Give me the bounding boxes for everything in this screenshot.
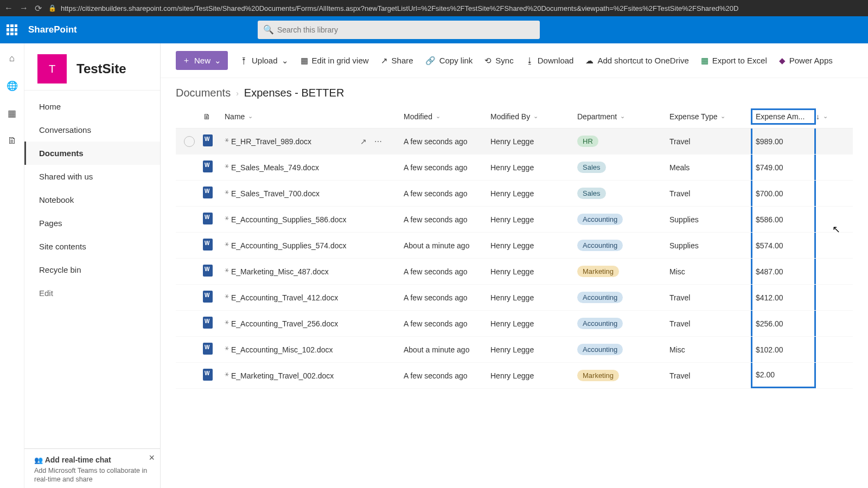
nav-item-documents[interactable]: Documents bbox=[24, 142, 160, 165]
col-modified-by[interactable]: Modified By⌄ bbox=[490, 112, 577, 121]
share-button[interactable]: ↗Share bbox=[381, 56, 413, 66]
home-icon[interactable]: ⌂ bbox=[9, 53, 15, 64]
col-name[interactable]: Name⌄ bbox=[225, 112, 404, 121]
address-bar[interactable]: 🔒 https://citizenbuilders.sharepoint.com… bbox=[48, 4, 864, 12]
cell-expense-type: Misc bbox=[669, 345, 751, 354]
close-icon[interactable]: × bbox=[149, 452, 155, 464]
nav-item-shared-with-us[interactable]: Shared with us bbox=[24, 165, 160, 188]
cell-expense-amount: $412.00 bbox=[751, 285, 816, 310]
files-icon[interactable]: 🗎 bbox=[8, 136, 17, 146]
shortcut-button[interactable]: ☁Add shortcut to OneDrive bbox=[585, 56, 688, 66]
table-row[interactable]: ⚹ E_HR_Travel_989.docx ↗⋯ A few seconds … bbox=[176, 129, 853, 155]
search-input[interactable] bbox=[258, 21, 540, 39]
nav-item-notebook[interactable]: Notebook bbox=[24, 188, 160, 211]
breadcrumb-parent[interactable]: Documents bbox=[176, 87, 231, 99]
file-name[interactable]: ⚹ E_Accounting_Supplies_586.docx bbox=[225, 215, 404, 224]
forward-icon[interactable]: → bbox=[20, 3, 28, 13]
cell-modified-by: Henry Legge bbox=[490, 137, 577, 146]
table-row[interactable]: ⚹ E_Sales_Meals_749.docx A few seconds a… bbox=[176, 155, 853, 181]
link-icon: 🔗 bbox=[425, 56, 436, 66]
cell-modified: A few seconds ago bbox=[404, 163, 490, 172]
cell-modified-by: Henry Legge bbox=[490, 241, 577, 250]
more-icon[interactable]: ⋯ bbox=[374, 137, 382, 146]
breadcrumb: Documents › Expenses - BETTER bbox=[161, 78, 868, 105]
cell-expense-type: Supplies bbox=[669, 241, 751, 250]
cell-modified: A few seconds ago bbox=[404, 293, 490, 302]
nav-item-site-contents[interactable]: Site contents bbox=[24, 235, 160, 258]
file-name[interactable]: ⚹ E_Accounting_Travel_412.docx bbox=[225, 293, 404, 302]
nav-item-pages[interactable]: Pages bbox=[24, 211, 160, 235]
site-title[interactable]: TestSite bbox=[76, 61, 126, 76]
cell-expense-amount: $574.00 bbox=[751, 233, 816, 258]
suite-bar: SharePoint 🔍 bbox=[0, 16, 868, 43]
col-expense-type[interactable]: Expense Type⌄ bbox=[669, 112, 751, 121]
export-button[interactable]: ▦Export to Excel bbox=[701, 56, 767, 66]
cell-modified: A few seconds ago bbox=[404, 319, 490, 328]
product-name: SharePoint bbox=[28, 24, 77, 35]
file-name[interactable]: ⚹ E_Accounting_Travel_256.docx bbox=[225, 319, 404, 328]
onedrive-icon: ☁ bbox=[585, 56, 593, 66]
powerapps-icon: ◆ bbox=[779, 56, 786, 66]
cell-modified-by: Henry Legge bbox=[490, 189, 577, 198]
new-indicator-icon: ⚹ bbox=[225, 137, 229, 143]
file-name[interactable]: ⚹ E_Sales_Meals_749.docx bbox=[225, 163, 404, 172]
new-indicator-icon: ⚹ bbox=[225, 371, 229, 377]
file-name[interactable]: ⚹ E_Sales_Travel_700.docx bbox=[225, 189, 404, 198]
col-department[interactable]: Department⌄ bbox=[577, 112, 669, 121]
table-row[interactable]: ⚹ E_Accounting_Travel_412.docx A few sec… bbox=[176, 285, 853, 311]
copy-link-button[interactable]: 🔗Copy link bbox=[425, 56, 473, 66]
back-icon[interactable]: ← bbox=[4, 3, 13, 13]
sync-button[interactable]: ⟲Sync bbox=[484, 56, 513, 66]
table-row[interactable]: ⚹ E_Accounting_Supplies_586.docx A few s… bbox=[176, 207, 853, 233]
nav-item-home[interactable]: Home bbox=[24, 95, 160, 118]
table-row[interactable]: ⚹ E_Accounting_Supplies_574.docx About a… bbox=[176, 233, 853, 259]
col-expense-amount[interactable]: Expense Am... bbox=[751, 108, 816, 125]
news-icon[interactable]: ▦ bbox=[8, 108, 16, 119]
app-launcher-icon[interactable] bbox=[7, 24, 17, 35]
table-row[interactable]: ⚹ E_Accounting_Misc_102.docx About a min… bbox=[176, 337, 853, 363]
file-icon: 🗎 bbox=[203, 112, 210, 121]
new-button[interactable]: ＋New⌄ bbox=[176, 51, 228, 70]
col-sort-indicator[interactable]: ↓ ⌄ bbox=[816, 112, 832, 121]
cell-modified-by: Henry Legge bbox=[490, 293, 577, 302]
nav-item-recycle-bin[interactable]: Recycle bin bbox=[24, 258, 160, 281]
cell-modified: A few seconds ago bbox=[404, 137, 490, 146]
search-icon: 🔍 bbox=[263, 24, 274, 35]
site-logo[interactable]: T bbox=[37, 54, 67, 84]
word-doc-icon bbox=[203, 239, 213, 251]
word-doc-icon bbox=[203, 317, 213, 329]
table-header: 🗎 Name⌄ Modified⌄ Modified By⌄ Departmen… bbox=[176, 105, 853, 129]
file-name[interactable]: ⚹ E_Marketing_Travel_002.docx bbox=[225, 371, 404, 380]
file-name[interactable]: ⚹ E_HR_Travel_989.docx ↗⋯ bbox=[225, 137, 404, 146]
nav-edit[interactable]: Edit bbox=[24, 281, 160, 305]
reload-icon[interactable]: ⟳ bbox=[35, 3, 42, 14]
col-modified[interactable]: Modified⌄ bbox=[404, 112, 490, 121]
promo-title: Add real-time chat bbox=[45, 455, 111, 464]
col-type-icon[interactable]: 🗎 bbox=[203, 112, 225, 121]
excel-icon: ▦ bbox=[701, 56, 709, 66]
search-box[interactable]: 🔍 bbox=[258, 21, 540, 39]
upload-button[interactable]: ⭱Upload⌄ bbox=[240, 56, 289, 66]
table-row[interactable]: ⚹ E_Marketing_Travel_002.docx A few seco… bbox=[176, 363, 853, 389]
cell-modified: About a minute ago bbox=[404, 241, 490, 250]
edit-grid-button[interactable]: ▦Edit in grid view bbox=[301, 56, 369, 66]
cell-expense-type: Supplies bbox=[669, 215, 751, 224]
powerapps-button[interactable]: ◆Power Apps bbox=[779, 56, 833, 66]
table-row[interactable]: ⚹ E_Marketing_Misc_487.docx A few second… bbox=[176, 259, 853, 285]
download-button[interactable]: ⭳Download bbox=[526, 56, 574, 65]
file-name[interactable]: ⚹ E_Marketing_Misc_487.docx bbox=[225, 267, 404, 276]
chevron-right-icon: › bbox=[236, 89, 239, 98]
chevron-down-icon: ⌄ bbox=[248, 113, 253, 120]
file-name[interactable]: ⚹ E_Accounting_Misc_102.docx bbox=[225, 345, 404, 354]
share-row-icon[interactable]: ↗ bbox=[360, 137, 367, 146]
cell-department: Accounting bbox=[577, 344, 669, 355]
file-name[interactable]: ⚹ E_Accounting_Supplies_574.docx bbox=[225, 241, 404, 250]
cell-department: Accounting bbox=[577, 292, 669, 303]
cell-expense-amount: $102.00 bbox=[751, 337, 816, 362]
table-row[interactable]: ⚹ E_Sales_Travel_700.docx A few seconds … bbox=[176, 181, 853, 207]
nav-item-conversations[interactable]: Conversations bbox=[24, 118, 160, 142]
table-row[interactable]: ⚹ E_Accounting_Travel_256.docx A few sec… bbox=[176, 311, 853, 337]
arrow-down-icon: ↓ bbox=[816, 112, 820, 121]
row-selector[interactable] bbox=[184, 136, 195, 147]
globe-icon[interactable]: 🌐 bbox=[7, 80, 18, 92]
